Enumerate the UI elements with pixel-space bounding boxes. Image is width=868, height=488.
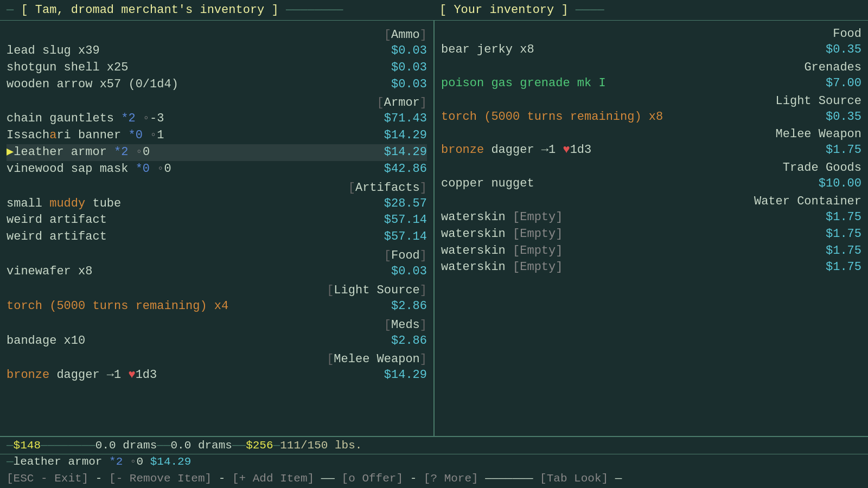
section-water-label: Water Container bbox=[754, 195, 861, 208]
section-melee-right-label: Melee Weapon bbox=[776, 127, 861, 141]
section-lightsource-right-label: Light Source bbox=[776, 94, 861, 108]
item-name: ▶leather armor *2 ◦0 bbox=[7, 144, 150, 161]
list-item[interactable]: weird artifact $57.14 bbox=[7, 229, 427, 246]
item-name: bronze dagger →1 ♥1d3 bbox=[441, 142, 591, 159]
list-item[interactable]: bronze dagger →1 ♥1d3 $14.29 bbox=[7, 367, 427, 384]
item-price: $1.75 bbox=[826, 259, 861, 276]
section-trade-header: Trade Goods bbox=[441, 161, 861, 175]
keybind-sep5: ——————— bbox=[485, 472, 533, 485]
keybind-sep1: - bbox=[95, 472, 103, 485]
item-name: vinewood sap mask *0 ◦0 bbox=[7, 161, 171, 178]
item-price: $0.03 bbox=[391, 264, 427, 280]
item-price: $14.29 bbox=[384, 367, 427, 384]
list-item[interactable]: Issachari banner *0 ◦1 $14.29 bbox=[7, 127, 427, 144]
section-melee-left-header: [Melee Weapon] bbox=[7, 352, 427, 366]
list-item[interactable]: lead slug x39 $0.03 bbox=[7, 43, 427, 60]
item-price: $0.03 bbox=[391, 60, 427, 76]
section-melee-left-label: Melee Weapon bbox=[334, 352, 419, 366]
list-item[interactable]: bear jerky x8 $0.35 bbox=[441, 42, 861, 59]
section-food-left-label: Food bbox=[391, 249, 420, 262]
keybind-bar: [ESC - Exit] - [- Remove Item] - [+ Add … bbox=[0, 469, 868, 488]
keybind-add: [+ Add Item] bbox=[232, 472, 314, 485]
list-item[interactable]: chain gauntlets *2 ◦-3 $71.43 bbox=[7, 111, 427, 127]
section-artifacts-header: [Artifacts] bbox=[7, 181, 427, 195]
item-price: $2.86 bbox=[391, 298, 427, 315]
item-price: $57.14 bbox=[384, 229, 427, 246]
item-price: $71.43 bbox=[384, 111, 427, 127]
item-price: $1.75 bbox=[826, 243, 861, 260]
item-name: copper nugget bbox=[441, 176, 534, 192]
item-name: bronze dagger →1 ♥1d3 bbox=[7, 367, 157, 384]
section-melee-right-header: Melee Weapon bbox=[441, 127, 861, 141]
keybind-sep2: - bbox=[219, 472, 226, 485]
right-drams: 0.0 drams bbox=[171, 439, 232, 452]
item-name: waterskin [Empty] bbox=[441, 259, 563, 276]
section-food-right-header: Food bbox=[441, 27, 861, 41]
status-bar: — $148 ———————— 0.0 drams —— 0.0 drams —… bbox=[0, 436, 868, 454]
status-divider-5: — bbox=[273, 439, 280, 452]
list-item[interactable]: vinewafer x8 $0.03 bbox=[7, 264, 427, 280]
keybind-esc: [ESC - Exit] bbox=[7, 472, 88, 485]
section-grenades-header: Grenades bbox=[441, 61, 861, 74]
section-ammo-label: Ammo bbox=[391, 28, 420, 42]
right-inventory-title: [ Your inventory ] bbox=[439, 3, 569, 17]
keybind-offer: [o Offer] bbox=[342, 472, 403, 485]
selected-item-text: leather armor *2 ◦0 $14.29 bbox=[14, 455, 192, 468]
right-money: $256 bbox=[246, 439, 273, 452]
section-food-left-header: [Food] bbox=[7, 249, 427, 262]
list-item[interactable]: copper nugget $10.00 bbox=[441, 176, 861, 192]
section-meds-label: Meds bbox=[391, 318, 420, 332]
list-item[interactable]: torch (5000 turns remaining) x4 $2.86 bbox=[7, 298, 427, 315]
main-container: — [ Tam, dromad merchant's inventory ] —… bbox=[0, 0, 868, 488]
item-name: waterskin [Empty] bbox=[441, 226, 563, 243]
header-bar: — [ Tam, dromad merchant's inventory ] —… bbox=[0, 0, 868, 21]
item-price: $42.86 bbox=[384, 161, 427, 178]
section-grenades-label: Grenades bbox=[804, 61, 861, 74]
keybind-sep4: - bbox=[410, 472, 417, 485]
keybind-look: [Tab Look] bbox=[540, 472, 608, 485]
item-name: vinewafer x8 bbox=[7, 264, 92, 280]
section-trade-label: Trade Goods bbox=[783, 161, 861, 175]
list-item[interactable]: ▶leather armor *2 ◦0 $14.29 bbox=[7, 144, 427, 161]
section-ammo-header: [Ammo] bbox=[7, 28, 427, 42]
item-name: torch (5000 turns remaining) x4 bbox=[7, 298, 228, 315]
item-price: $14.29 bbox=[384, 127, 427, 144]
item-name: Issachari banner *0 ◦1 bbox=[7, 127, 164, 144]
list-item[interactable]: weird artifact $57.14 bbox=[7, 212, 427, 229]
list-item[interactable]: shotgun shell x25 $0.03 bbox=[7, 60, 427, 76]
item-name: torch (5000 turns remaining) x8 bbox=[441, 109, 663, 126]
item-name: bandage x10 bbox=[7, 333, 85, 350]
selected-border: — bbox=[7, 455, 14, 468]
list-item[interactable]: wooden arrow x57 (0/1d4) $0.03 bbox=[7, 76, 427, 93]
selected-item-bar: — leather armor *2 ◦0 $14.29 bbox=[0, 454, 868, 469]
item-price: $2.86 bbox=[391, 333, 427, 350]
list-item[interactable]: torch (5000 turns remaining) x8 $0.35 bbox=[441, 109, 861, 126]
keybind-sep6: — bbox=[615, 472, 622, 485]
list-item[interactable]: small muddy tube $28.57 bbox=[7, 196, 427, 213]
section-food-right-label: Food bbox=[833, 27, 861, 41]
item-price: $7.00 bbox=[826, 75, 861, 92]
list-item[interactable]: waterskin [Empty] $1.75 bbox=[441, 209, 861, 226]
item-price: $0.03 bbox=[391, 76, 427, 93]
item-price: $0.03 bbox=[391, 43, 427, 60]
item-name: shotgun shell x25 bbox=[7, 60, 128, 76]
list-item[interactable]: waterskin [Empty] $1.75 bbox=[441, 243, 861, 260]
item-price: $14.29 bbox=[384, 144, 427, 161]
list-item[interactable]: bandage x10 $2.86 bbox=[7, 333, 427, 350]
status-divider-1: — bbox=[7, 439, 14, 452]
list-item[interactable]: poison gas grenade mk I $7.00 bbox=[441, 75, 861, 92]
section-lightsource-left-label: Light Source bbox=[334, 284, 419, 297]
list-item[interactable]: waterskin [Empty] $1.75 bbox=[441, 259, 861, 276]
right-panel-title: [ Your inventory ] ———— bbox=[429, 3, 861, 17]
list-item[interactable]: bronze dagger →1 ♥1d3 $1.75 bbox=[441, 142, 861, 159]
item-name: weird artifact bbox=[7, 212, 107, 229]
list-item[interactable]: vinewood sap mask *0 ◦0 $42.86 bbox=[7, 161, 427, 178]
right-panel: Food bear jerky x8 $0.35 Grenades poison… bbox=[435, 21, 868, 436]
left-border: — bbox=[7, 3, 14, 17]
section-water-header: Water Container bbox=[441, 195, 861, 208]
item-name: wooden arrow x57 (0/1d4) bbox=[7, 76, 178, 93]
list-item[interactable]: waterskin [Empty] $1.75 bbox=[441, 226, 861, 243]
item-name: weird artifact bbox=[7, 229, 107, 246]
left-divider: ———————— bbox=[286, 3, 343, 17]
left-panel: [Ammo] lead slug x39 $0.03 shotgun shell… bbox=[0, 21, 435, 436]
